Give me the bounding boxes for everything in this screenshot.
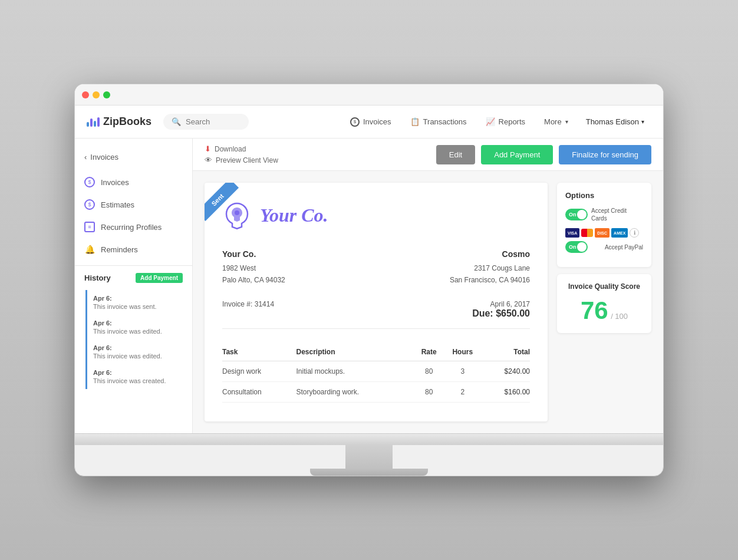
sidebar-item-invoices[interactable]: $ Invoices	[75, 171, 192, 193]
quality-score: 76	[581, 297, 608, 325]
paypal-label: Accept PayPal	[605, 243, 643, 251]
history-item: Apr 6: This invoice was sent.	[85, 290, 183, 315]
visa-icon: VISA	[565, 228, 579, 238]
titlebar	[75, 84, 663, 106]
quality-score-display: 76 / 100	[565, 297, 643, 325]
history-section: History Add Payment Apr 6: This invoice …	[75, 265, 192, 396]
to-address: Cosmo 2317 Cougs Lane San Francisco, CA …	[450, 248, 530, 286]
invoice-date: April 6, 2017	[472, 300, 530, 308]
finalize-button[interactable]: Finalize for sending	[559, 145, 651, 164]
to-address2: San Francisco, CA 94016	[450, 275, 530, 286]
stand-base	[310, 469, 428, 476]
logo-text: ZipBooks	[103, 116, 151, 128]
discover-icon: DISC	[595, 228, 609, 238]
invoice-company-name: Your Co.	[260, 205, 328, 226]
toggle-knob	[577, 210, 587, 219]
mastercard-icon	[581, 229, 593, 237]
transactions-icon: 📋	[410, 117, 420, 126]
invoices-sidebar-icon: $	[84, 177, 95, 187]
col-task: Task	[222, 343, 296, 361]
col-description: Description	[296, 343, 414, 361]
sidebar-item-reminders[interactable]: 🔔 Reminders	[75, 238, 192, 261]
sent-badge: Sent	[205, 183, 239, 221]
credit-cards-label: Accept Credit Cards	[591, 207, 643, 222]
row2-rate: 80	[414, 381, 443, 402]
nav-transactions[interactable]: 📋 Transactions	[402, 113, 475, 131]
sidebar-item-recurring[interactable]: ≡ Recurring Profiles	[75, 216, 192, 238]
options-card: Options On Accept Credit Cards VISA	[557, 183, 651, 267]
from-address1: 1982 West	[222, 263, 285, 274]
credit-cards-option: On Accept Credit Cards	[565, 207, 643, 222]
row1-hours: 3	[443, 361, 482, 381]
search-icon: 🔍	[172, 117, 181, 126]
from-address: Your Co. 1982 West Palo Alto, CA 94032	[222, 248, 285, 286]
invoice-due-amount: Due: $650.00	[472, 308, 530, 319]
recurring-sidebar-icon: ≡	[84, 222, 95, 232]
sent-ribbon: Sent	[205, 183, 252, 230]
sidebar-item-estimates[interactable]: $ Estimates	[75, 193, 192, 216]
window-controls	[82, 91, 110, 98]
sidebar-back[interactable]: ‹ Invoices	[75, 148, 192, 166]
history-item: Apr 6: This invoice was created.	[85, 364, 183, 389]
main-layout: ‹ Invoices $ Invoices $ Estimates ≡ Recu…	[75, 139, 663, 433]
preview-link[interactable]: 👁 Preview Client View	[205, 156, 278, 164]
search-input[interactable]	[186, 117, 240, 126]
invoice-table: Task Description Rate Hours Total Design…	[222, 343, 530, 403]
user-menu[interactable]: Thomas Edison ▾	[579, 113, 651, 131]
maximize-dot[interactable]	[103, 91, 110, 98]
monitor-stand	[75, 445, 663, 476]
to-address1: 2317 Cougs Lane	[450, 263, 530, 274]
history-header: History Add Payment	[84, 273, 183, 283]
edit-button[interactable]: Edit	[436, 145, 475, 164]
history-item: Apr 6: This invoice was edited.	[85, 315, 183, 340]
invoice-due: April 6, 2017 Due: $650.00	[472, 300, 530, 319]
monitor-chin	[75, 433, 663, 445]
row1-rate: 80	[414, 361, 443, 381]
invoice-number: Invoice #: 31414	[222, 300, 274, 308]
back-arrow-icon: ‹	[84, 153, 87, 162]
row2-total: $160.00	[482, 381, 530, 402]
invoice-meta: Invoice #: 31414 April 6, 2017 Due: $650…	[222, 300, 530, 329]
action-bar-left: ⬇ Download 👁 Preview Client View	[205, 144, 278, 164]
nav-reports[interactable]: 📈 Reports	[477, 113, 534, 131]
download-icon: ⬇	[205, 144, 211, 153]
card-info-icon[interactable]: ℹ	[630, 228, 639, 238]
invoices-icon: $	[350, 117, 360, 127]
minimize-dot[interactable]	[93, 91, 100, 98]
search-box[interactable]: 🔍	[163, 114, 249, 130]
download-link[interactable]: ⬇ Download	[205, 144, 278, 153]
add-payment-button[interactable]: Add Payment	[481, 145, 553, 164]
close-dot[interactable]	[82, 91, 89, 98]
logo[interactable]: ZipBooks	[87, 116, 151, 128]
options-title: Options	[565, 191, 643, 200]
table-row: Design work Initial mockups. 80 3 $240.0…	[222, 361, 530, 381]
quality-card: Invoice Quality Score 76 / 100	[557, 274, 651, 333]
history-date: Apr 6:	[93, 369, 166, 376]
stand-neck	[345, 445, 393, 469]
credit-cards-toggle[interactable]: On	[565, 209, 588, 220]
to-company: Cosmo	[450, 248, 530, 261]
invoice-addresses: Your Co. 1982 West Palo Alto, CA 94032 C…	[222, 248, 530, 286]
history-text: This invoice was edited.	[93, 328, 162, 335]
main-content: ⬇ Download 👁 Preview Client View Edit Ad…	[193, 139, 663, 433]
paypal-toggle[interactable]: On	[565, 241, 588, 253]
row2-task: Consultation	[222, 381, 296, 402]
row1-task: Design work	[222, 361, 296, 381]
row1-description: Initial mockups.	[296, 361, 414, 381]
history-title: History	[84, 274, 111, 282]
toggle-knob	[577, 242, 587, 252]
nav-invoices[interactable]: $ Invoices	[342, 113, 400, 131]
from-address2: Palo Alto, CA 94032	[222, 275, 285, 286]
invoice-header: Your Co.	[222, 200, 530, 230]
cards-row: VISA DISC AMEX ℹ	[565, 228, 643, 238]
col-total: Total	[482, 343, 530, 361]
history-item: Apr 6: This invoice was edited.	[85, 340, 183, 364]
history-add-payment-button[interactable]: Add Payment	[136, 273, 183, 283]
chevron-down-icon: ▾	[565, 118, 568, 125]
eye-icon: 👁	[205, 156, 212, 164]
history-list: Apr 6: This invoice was sent. Apr 6: Thi…	[84, 290, 183, 389]
reports-icon: 📈	[486, 117, 495, 126]
quality-title: Invoice Quality Score	[565, 282, 643, 291]
estimates-sidebar-icon: $	[84, 199, 95, 210]
nav-more[interactable]: More ▾	[536, 113, 576, 131]
